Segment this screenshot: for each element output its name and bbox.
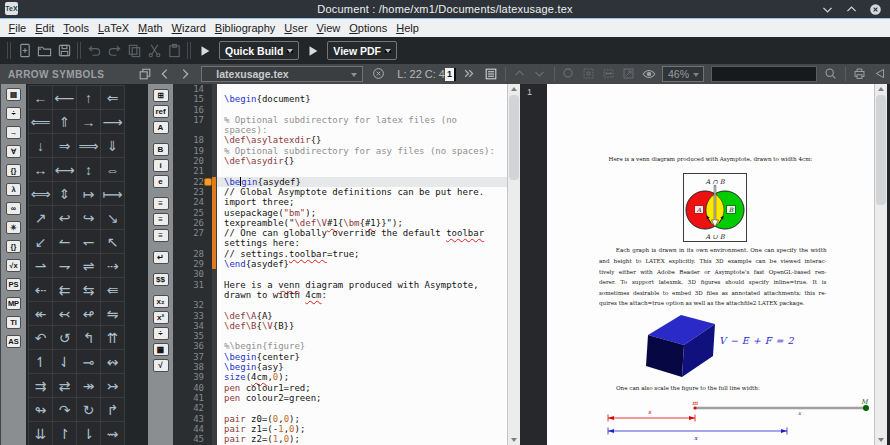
arrow-symbol-cell[interactable]: ↻ (77, 398, 101, 422)
maximize-icon[interactable] (845, 3, 858, 16)
arrow-symbol-cell[interactable]: ↕ (77, 158, 101, 182)
document-selector[interactable]: latexusage.tex (201, 66, 363, 82)
arrow-symbol-cell[interactable]: ⟹ (77, 134, 101, 158)
arrow-symbol-cell[interactable]: ↞ (29, 302, 53, 326)
symbol-tab-0[interactable]: ▤ (6, 88, 21, 101)
symbol-tab-9[interactable]: √x (6, 259, 21, 272)
cut-icon[interactable] (146, 43, 162, 59)
edit-tool-4[interactable]: i (153, 159, 169, 172)
symbol-tab-5[interactable]: λ (6, 183, 21, 196)
edit-tool-14[interactable]: ▦ (153, 343, 169, 356)
arrow-symbol-cell[interactable]: ↾ (53, 422, 77, 445)
arrow-symbol-cell[interactable]: ↶ (29, 326, 53, 350)
symbol-tab-4[interactable]: {} (6, 164, 21, 177)
close-document-icon[interactable] (372, 67, 386, 81)
arrow-symbol-cell[interactable]: ↠ (77, 374, 101, 398)
symbol-tab-8[interactable]: {} (6, 240, 21, 253)
paste-icon[interactable] (166, 43, 182, 59)
menu-item-file[interactable]: File (4, 19, 31, 37)
arrow-symbol-cell[interactable]: ⇑ (53, 110, 77, 134)
arrow-symbol-cell[interactable]: ⇢ (101, 254, 125, 278)
arrow-symbol-cell[interactable]: ⇉ (29, 374, 53, 398)
zoom-level-combo[interactable]: 46% (662, 66, 704, 82)
symbol-tab-7[interactable]: ✳ (6, 221, 21, 234)
double-chevron-icon[interactable] (462, 67, 476, 81)
arrow-symbol-cell[interactable]: ↘ (101, 206, 125, 230)
arrow-symbol-cell[interactable]: ↢ (53, 302, 77, 326)
arrow-symbol-cell[interactable]: ↣ (101, 374, 125, 398)
pdf-scrollbar[interactable] (874, 84, 887, 445)
menu-item-tools[interactable]: Tools (59, 19, 94, 37)
edit-tool-3[interactable]: B (153, 143, 169, 156)
menu-item-math[interactable]: Math (134, 19, 167, 37)
arrow-symbol-cell[interactable]: ↿ (29, 350, 53, 374)
arrow-symbol-cell[interactable]: ↓ (29, 134, 53, 158)
presentation-eye-icon[interactable] (642, 67, 656, 81)
arrow-symbol-cell[interactable]: ↽ (77, 230, 101, 254)
next-document-icon[interactable] (178, 67, 192, 81)
edit-tool-1[interactable]: ref (153, 105, 169, 118)
arrow-symbol-cell[interactable]: ⟺ (29, 182, 53, 206)
arrow-symbol-cell[interactable]: ⇈ (101, 326, 125, 350)
undo-icon[interactable] (86, 43, 102, 59)
arrow-symbol-cell[interactable]: ↔ (29, 158, 53, 182)
arrow-symbol-cell[interactable]: ⇃ (53, 350, 77, 374)
arrow-symbol-cell[interactable]: ⇋ (101, 302, 125, 326)
arrow-symbol-cell[interactable]: ⇊ (29, 422, 53, 445)
arrow-symbol-cell[interactable]: ↺ (53, 326, 77, 350)
edit-tool-10[interactable]: $$ (153, 273, 169, 286)
arrow-symbol-cell[interactable]: ⟵ (53, 86, 77, 110)
arrow-symbol-cell[interactable]: ⇔ (101, 158, 125, 182)
pdf-page-list[interactable]: 1 (520, 84, 547, 445)
arrow-symbol-cell[interactable]: ⟶ (101, 110, 125, 134)
code-editor[interactable]: \begin{document}% Optional subdirectory … (217, 84, 507, 445)
symbol-tab-2[interactable]: → (6, 126, 21, 139)
print-icon[interactable] (853, 67, 867, 81)
pdf-search-input[interactable] (711, 66, 817, 82)
arrow-symbol-cell[interactable]: ⇠ (29, 278, 53, 302)
edit-tool-5[interactable]: e (153, 175, 169, 188)
arrow-symbol-cell[interactable]: ↰ (77, 326, 101, 350)
edit-tool-2[interactable]: A (153, 121, 169, 134)
fit-page-icon[interactable] (622, 67, 636, 81)
edit-tool-13[interactable]: ÷ (153, 327, 169, 340)
symbol-tab-11[interactable]: MP (6, 297, 21, 310)
edit-tool-11[interactable]: x₂ (153, 295, 169, 308)
symbol-tab-10[interactable]: PS (6, 278, 21, 291)
previous-page-icon[interactable] (513, 67, 527, 81)
arrow-symbol-cell[interactable]: ↙ (29, 230, 53, 254)
arrow-symbol-cell[interactable]: ↑ (77, 86, 101, 110)
view-pdf-button[interactable]: View PDF (327, 41, 397, 60)
arrow-symbol-cell[interactable]: ⇇ (53, 278, 77, 302)
arrow-symbol-cell[interactable]: ← (29, 86, 53, 110)
menu-item-help[interactable]: Help (392, 19, 424, 37)
edit-tool-12[interactable]: x² (153, 311, 169, 324)
single-page-icon[interactable]: 1 (445, 68, 456, 81)
arrow-symbol-cell[interactable]: ↫ (77, 302, 101, 326)
quick-build-button[interactable]: Quick Build (219, 41, 299, 60)
menu-item-latex[interactable]: LaTeX (93, 19, 133, 37)
edit-tool-9[interactable]: ↵ (153, 251, 169, 264)
arrow-symbol-cell[interactable]: ↷ (53, 398, 77, 422)
menu-item-view[interactable]: View (312, 19, 345, 37)
detach-editor-icon[interactable] (138, 67, 152, 81)
run-icon[interactable] (305, 43, 321, 59)
redo-icon[interactable] (106, 43, 122, 59)
arrow-symbol-cell[interactable]: ↦ (77, 182, 101, 206)
arrow-symbol-cell[interactable]: ⇄ (53, 374, 77, 398)
arrow-symbol-cell[interactable]: ↗ (29, 206, 53, 230)
edit-tool-15[interactable]: √ (153, 359, 169, 372)
arrow-symbol-cell[interactable]: ↭ (101, 350, 125, 374)
arrow-symbol-cell[interactable]: ⊸ (77, 350, 101, 374)
symbol-tab-3[interactable]: ∀ (6, 145, 21, 158)
arrow-symbol-cell[interactable]: ⟷ (53, 158, 77, 182)
new-document-icon[interactable] (16, 43, 32, 59)
menu-item-edit[interactable]: Edit (31, 19, 59, 37)
arrow-symbol-cell[interactable]: ⇆ (77, 278, 101, 302)
arrow-symbol-cell[interactable]: → (77, 110, 101, 134)
external-viewer-icon[interactable] (873, 67, 887, 81)
next-page-icon[interactable] (533, 67, 547, 81)
arrow-symbol-cell[interactable]: ⇂ (77, 422, 101, 445)
editor-scrollbar[interactable] (507, 84, 520, 445)
run-icon[interactable] (197, 43, 213, 59)
